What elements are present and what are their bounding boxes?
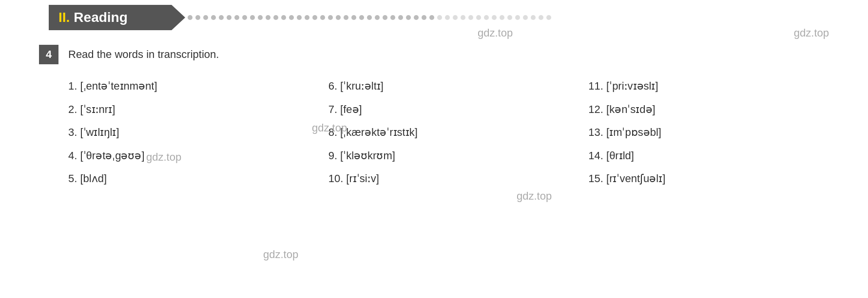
- dot: [445, 15, 450, 20]
- word-item: 11. [ˈpriːvɪəslɪ]: [588, 76, 829, 96]
- dot: [461, 15, 465, 20]
- roman-numeral: II.: [58, 10, 70, 25]
- dot: [484, 15, 489, 20]
- watermark-3: gdz.top: [146, 151, 181, 164]
- dot: [500, 15, 504, 20]
- word-item: 5. [blʌd]: [68, 169, 309, 188]
- dot: [242, 15, 247, 20]
- dot: [203, 15, 208, 20]
- exercise-header: 4 Read the words in transcription.: [39, 45, 829, 64]
- dot: [546, 15, 551, 20]
- dot: [429, 15, 434, 20]
- dot: [492, 15, 497, 20]
- dot: [539, 15, 543, 20]
- dots-decoration: [188, 15, 868, 20]
- dot: [383, 15, 387, 20]
- dot: [273, 15, 278, 20]
- dot: [234, 15, 239, 20]
- dot: [312, 15, 317, 20]
- word-item: 7. [feə]: [328, 100, 569, 119]
- dot: [507, 15, 512, 20]
- dot: [523, 15, 528, 20]
- section-badge: II. Reading: [49, 5, 185, 30]
- word-item: 8. [ˌkærəktəˈrɪstɪk]: [328, 123, 569, 142]
- exercise-section: 4 Read the words in transcription. 1. [ˌ…: [0, 35, 868, 188]
- words-grid: 1. [ˌentəˈteɪnmənt] 6. [ˈkruːəltɪ] 11. […: [39, 76, 829, 188]
- dot: [344, 15, 348, 20]
- dot: [250, 15, 255, 20]
- dot: [336, 15, 341, 20]
- dot: [390, 15, 395, 20]
- exercise-number: 4: [39, 45, 58, 64]
- watermark-1: gdz.top: [478, 27, 513, 39]
- watermark-6: gdz.top: [517, 190, 552, 203]
- word-item: 12. [kənˈsɪdə]: [588, 100, 829, 119]
- dot: [422, 15, 426, 20]
- dot: [328, 15, 333, 20]
- word-item: 3. [ˈwɪlɪŋlɪ]: [68, 123, 309, 142]
- dot: [414, 15, 419, 20]
- dot: [320, 15, 325, 20]
- word-item: 15. [rɪˈventʃuəlɪ]: [588, 169, 829, 188]
- dot: [281, 15, 286, 20]
- watermark-5: gdz.top: [263, 248, 298, 261]
- dot: [453, 15, 458, 20]
- exercise-instruction: Read the words in transcription.: [68, 48, 219, 61]
- dot: [375, 15, 380, 20]
- dot: [258, 15, 263, 20]
- dot: [219, 15, 224, 20]
- dot: [195, 15, 200, 20]
- dot: [227, 15, 231, 20]
- dot: [468, 15, 473, 20]
- dot: [367, 15, 372, 20]
- word-item: 9. [ˈkləʊkrʊm]: [328, 146, 569, 166]
- dot: [297, 15, 302, 20]
- dot: [305, 15, 309, 20]
- word-item: 1. [ˌentəˈteɪnmənt]: [68, 76, 309, 96]
- dot: [531, 15, 536, 20]
- dot: [359, 15, 364, 20]
- dot: [266, 15, 270, 20]
- watermark-2: gdz.top: [794, 27, 829, 39]
- section-title: Reading: [74, 10, 127, 25]
- watermark-4: gdz.top: [312, 122, 347, 134]
- dot: [289, 15, 294, 20]
- word-item: 14. [θrɪld]: [588, 146, 829, 166]
- dot: [188, 15, 193, 20]
- word-item: 13. [ɪmˈpɒsəbl]: [588, 123, 829, 142]
- dot: [437, 15, 442, 20]
- dot: [351, 15, 356, 20]
- word-item: 2. [ˈsɪːnrɪ]: [68, 100, 309, 119]
- word-item: 4. [ˈθrətəˌgəʊə]: [68, 146, 309, 166]
- dot: [398, 15, 403, 20]
- dot: [211, 15, 216, 20]
- dot: [406, 15, 411, 20]
- word-item: 10. [rɪˈsiːv]: [328, 169, 569, 188]
- dot: [476, 15, 481, 20]
- header-section: II. Reading: [0, 0, 868, 35]
- dot: [515, 15, 520, 20]
- word-item: 6. [ˈkruːəltɪ]: [328, 76, 569, 96]
